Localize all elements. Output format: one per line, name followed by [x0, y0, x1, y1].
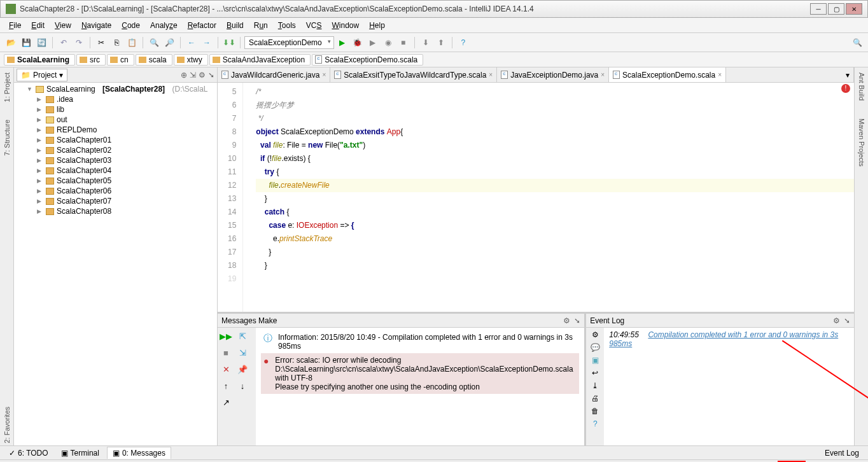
close-tab-icon[interactable]: × — [601, 71, 605, 78]
cut-icon[interactable]: ✂ — [94, 36, 108, 50]
forward-icon[interactable]: → — [200, 36, 214, 50]
editor-tab[interactable]: JavaExceiptionDemo.java× — [497, 67, 609, 82]
breadcrumb-file[interactable]: ScalaExceptionDemo.scala — [312, 54, 423, 66]
editor-tab-active[interactable]: ScalaExceptionDemo.scala× — [609, 67, 726, 82]
rail-favorites[interactable]: 2: Favorites — [3, 404, 11, 445]
vcs2-icon[interactable]: ⬆ — [434, 36, 448, 50]
tree-folder[interactable]: ▶ScalaChapter07 — [14, 196, 217, 206]
sync-icon[interactable]: 🔄 — [34, 36, 48, 50]
tree-root[interactable]: ▼ ScalaLearning [ScalaChapter28] (D:\Sca… — [14, 84, 217, 94]
tab-list-icon[interactable]: ▾ — [842, 67, 854, 82]
log-link[interactable]: Compilation completed with 1 error and 0… — [609, 330, 838, 348]
menu-file[interactable]: File — [4, 20, 26, 31]
maximize-button[interactable]: ▢ — [828, 3, 844, 15]
tab-todo[interactable]: ✓ 6: TODO — [4, 447, 53, 459]
settings-icon[interactable]: ⚙ — [592, 330, 599, 339]
close-tab-icon[interactable]: × — [322, 71, 326, 78]
hide-icon[interactable]: ➘ — [208, 71, 214, 80]
hide-icon[interactable]: ➘ — [844, 316, 850, 325]
tree-folder[interactable]: ▶out — [14, 115, 217, 125]
breadcrumb-item[interactable]: src — [76, 54, 106, 66]
tree-folder[interactable]: ▶REPLDemo — [14, 125, 217, 135]
run-icon[interactable]: ▶ — [335, 36, 349, 50]
up-icon[interactable]: ↑ — [220, 380, 232, 391]
mark-icon[interactable]: ▣ — [592, 356, 599, 365]
menu-refactor[interactable]: Refactor — [183, 20, 221, 31]
help-icon[interactable]: ? — [593, 419, 598, 428]
tree-folder[interactable]: ▶ScalaChapter02 — [14, 145, 217, 155]
tree-folder[interactable]: ▶ScalaChapter08 — [14, 206, 217, 216]
messages-list[interactable]: ⓘ Information: 2015/8/20 10:49 - Compila… — [256, 328, 584, 445]
rail-project[interactable]: 1: Project — [3, 70, 11, 104]
run-config-combo[interactable]: ScalaExceptionDemo — [244, 36, 334, 49]
project-tree[interactable]: ▼ ScalaLearning [ScalaChapter28] (D:\Sca… — [14, 83, 217, 445]
replace-icon[interactable]: 🔎 — [162, 36, 176, 50]
expand-icon[interactable]: ⇱ — [237, 330, 248, 342]
vcs1-icon[interactable]: ⬇ — [419, 36, 433, 50]
menu-edit[interactable]: Edit — [26, 20, 50, 31]
tree-folder[interactable]: ▶ScalaChapter06 — [14, 186, 217, 196]
help-icon[interactable]: ? — [456, 36, 470, 50]
close-button[interactable]: ✕ — [846, 3, 862, 15]
gear-icon[interactable]: ⚙ — [563, 316, 570, 325]
copy-icon[interactable]: ⎘ — [109, 36, 123, 50]
tree-folder[interactable]: ▶ScalaChapter05 — [14, 176, 217, 186]
paste-icon[interactable]: 📋 — [125, 36, 139, 50]
menu-code[interactable]: Code — [116, 20, 145, 31]
breadcrumb-item[interactable]: xtwy — [174, 54, 208, 66]
rail-maven[interactable]: Maven Projects — [858, 116, 865, 169]
rail-ant[interactable]: Ant Build — [858, 70, 865, 103]
scroll-icon[interactable]: ⤓ — [592, 381, 598, 390]
profile-icon[interactable]: ◉ — [381, 36, 395, 50]
balloon-icon[interactable]: 💬 — [591, 343, 600, 352]
error-indicator-icon[interactable]: ! — [841, 84, 850, 93]
close-tab-icon[interactable]: × — [489, 71, 493, 78]
debug-icon[interactable]: 🐞 — [351, 36, 365, 50]
find-icon[interactable]: 🔍 — [147, 36, 161, 50]
editor-tab[interactable]: JavaWildcardGeneric.java× — [218, 67, 330, 82]
menu-tools[interactable]: Tools — [273, 20, 301, 31]
collapse-icon[interactable]: ⇲ — [190, 71, 196, 80]
breadcrumb-item[interactable]: scala — [136, 54, 172, 66]
collapse-icon[interactable]: ⇲ — [237, 347, 248, 358]
save-icon[interactable]: 💾 — [19, 36, 33, 50]
menu-run[interactable]: Run — [249, 20, 273, 31]
menu-window[interactable]: Window — [326, 20, 364, 31]
rerun-icon[interactable]: ▶▶ — [220, 330, 232, 342]
settings-icon[interactable]: ⚙ — [199, 71, 206, 80]
tree-folder[interactable]: ▶.idea — [14, 94, 217, 104]
tab-terminal[interactable]: ▣ Terminal — [56, 447, 104, 459]
export-icon[interactable]: ↗ — [220, 396, 232, 408]
menu-view[interactable]: View — [50, 20, 76, 31]
clear-icon[interactable]: 🗑 — [591, 407, 599, 416]
minimize-button[interactable]: ─ — [810, 3, 827, 15]
tree-folder[interactable]: ▶ScalaChapter01 — [14, 135, 217, 145]
menu-help[interactable]: Help — [364, 20, 390, 31]
breadcrumb-item[interactable]: ScalaAndJavaException — [209, 54, 311, 66]
hide-icon[interactable]: ➘ — [574, 316, 580, 325]
close-icon[interactable]: ✕ — [220, 363, 232, 375]
stop-icon[interactable]: ■ — [396, 36, 410, 50]
editor-tab[interactable]: ScalaExsitTypeToJavaWildcardType.scala× — [330, 67, 497, 82]
pin-icon[interactable]: 📌 — [237, 363, 248, 375]
stop-icon[interactable]: ■ — [220, 347, 232, 358]
open-icon[interactable]: 📂 — [4, 36, 18, 50]
menu-build[interactable]: Build — [221, 20, 249, 31]
menu-vcs[interactable]: VCS — [301, 20, 327, 31]
rail-structure[interactable]: 7: Structure — [3, 117, 11, 158]
autoscroll-icon[interactable]: ⊕ — [181, 71, 187, 80]
tree-folder[interactable]: ▶ScalaChapter03 — [14, 155, 217, 165]
search-everywhere-icon[interactable]: 🔍 — [850, 36, 864, 50]
breadcrumb-item[interactable]: cn — [107, 54, 134, 66]
tab-messages[interactable]: ▣ 0: Messages — [107, 447, 171, 459]
tab-eventlog[interactable]: Event Log — [820, 447, 864, 459]
down-icon[interactable]: ↓ — [237, 380, 248, 391]
print-icon[interactable]: 🖨 — [591, 394, 599, 403]
soft-wrap-icon[interactable]: ↩ — [592, 368, 598, 377]
menu-analyze[interactable]: Analyze — [145, 20, 183, 31]
close-tab-icon[interactable]: × — [718, 71, 722, 78]
menu-navigate[interactable]: Navigate — [76, 20, 116, 31]
redo-icon[interactable]: ↷ — [72, 36, 86, 50]
undo-icon[interactable]: ↶ — [57, 36, 71, 50]
tree-folder[interactable]: ▶ScalaChapter04 — [14, 165, 217, 176]
